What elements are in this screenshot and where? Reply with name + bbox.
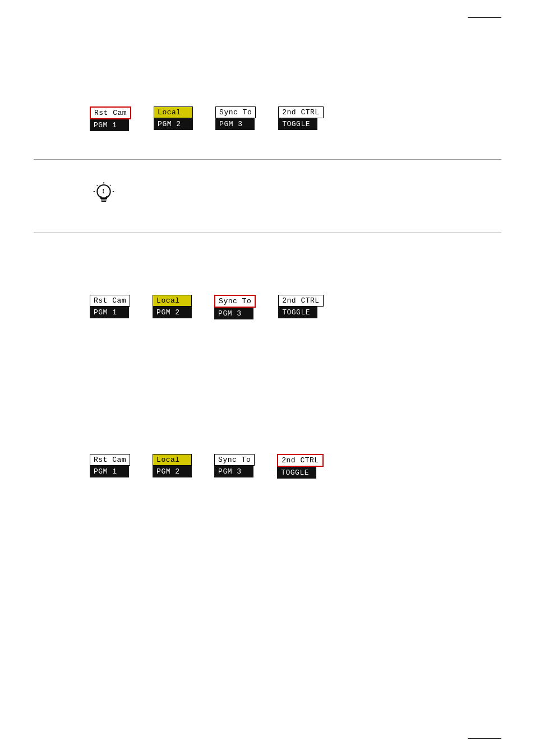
button-cell-ctrl-3[interactable]: 2nd CTRL TOGGLE (277, 454, 323, 479)
rst-cam-label-2: Rst Cam (90, 295, 130, 307)
divider-1 (34, 159, 501, 160)
pgm1-value-2: PGM 1 (90, 307, 129, 318)
button-group-2: Rst Cam PGM 1 Local PGM 2 Sync To PGM 3 … (90, 295, 445, 319)
svg-line-10 (97, 185, 98, 186)
button-cell-ctrl-1[interactable]: 2nd CTRL TOGGLE (278, 106, 323, 130)
toggle-value-3: TOGGLE (277, 467, 316, 479)
local-label-1: Local (154, 106, 193, 118)
button-cell-local-3[interactable]: Local PGM 2 (153, 454, 192, 477)
button-cell-rstcam-1[interactable]: Rst Cam PGM 1 (90, 106, 131, 131)
toggle-value-1: TOGGLE (278, 118, 317, 130)
svg-text:!: ! (102, 188, 104, 195)
button-cell-local-1[interactable]: Local PGM 2 (154, 106, 193, 130)
corner-decoration-top (468, 17, 501, 18)
pgm3-value-2: PGM 3 (214, 308, 253, 319)
pgm3-value-3: PGM 3 (214, 466, 253, 477)
local-label-2: Local (153, 295, 192, 307)
pgm1-value-3: PGM 1 (90, 466, 129, 477)
pgm1-value-1: PGM 1 (90, 119, 129, 131)
button-cell-rstcam-3[interactable]: Rst Cam PGM 1 (90, 454, 130, 477)
warning-lightbulb-svg: ! (90, 182, 118, 210)
button-group-3: Rst Cam PGM 1 Local PGM 2 Sync To PGM 3 … (90, 454, 445, 479)
divider-2 (34, 233, 501, 233)
toggle-value-2: TOGGLE (278, 307, 317, 318)
page-container: Rst Cam PGM 1 Local PGM 2 Sync To PGM 3 … (0, 0, 535, 756)
button-section-3: Rst Cam PGM 1 Local PGM 2 Sync To PGM 3 … (0, 437, 535, 495)
button-section-2: Rst Cam PGM 1 Local PGM 2 Sync To PGM 3 … (0, 278, 535, 336)
svg-line-8 (110, 185, 111, 186)
ctrl-label-3: 2nd CTRL (277, 454, 323, 467)
pgm2-value-2: PGM 2 (153, 307, 192, 318)
syncto-label-3: Sync To (214, 454, 255, 466)
rst-cam-label-1: Rst Cam (90, 106, 131, 119)
button-cell-local-2[interactable]: Local PGM 2 (153, 295, 192, 318)
ctrl-label-1: 2nd CTRL (278, 106, 323, 118)
pgm2-value-3: PGM 2 (153, 466, 192, 477)
button-section-1: Rst Cam PGM 1 Local PGM 2 Sync To PGM 3 … (0, 90, 535, 148)
button-cell-syncto-1[interactable]: Sync To PGM 3 (215, 106, 256, 130)
warning-section: ! (0, 171, 535, 221)
button-cell-syncto-3[interactable]: Sync To PGM 3 (214, 454, 255, 477)
button-cell-rstcam-2[interactable]: Rst Cam PGM 1 (90, 295, 130, 318)
corner-decoration-bottom (468, 738, 501, 739)
pgm2-value-1: PGM 2 (154, 118, 193, 130)
button-group-1: Rst Cam PGM 1 Local PGM 2 Sync To PGM 3 … (90, 106, 445, 131)
syncto-label-2: Sync To (214, 295, 256, 308)
pgm3-value-1: PGM 3 (215, 118, 255, 130)
syncto-label-1: Sync To (215, 106, 256, 118)
button-cell-syncto-2[interactable]: Sync To PGM 3 (214, 295, 256, 319)
button-cell-ctrl-2[interactable]: 2nd CTRL TOGGLE (278, 295, 323, 318)
rst-cam-label-3: Rst Cam (90, 454, 130, 466)
ctrl-label-2: 2nd CTRL (278, 295, 323, 307)
local-label-3: Local (153, 454, 192, 466)
warning-icon: ! (90, 182, 118, 210)
